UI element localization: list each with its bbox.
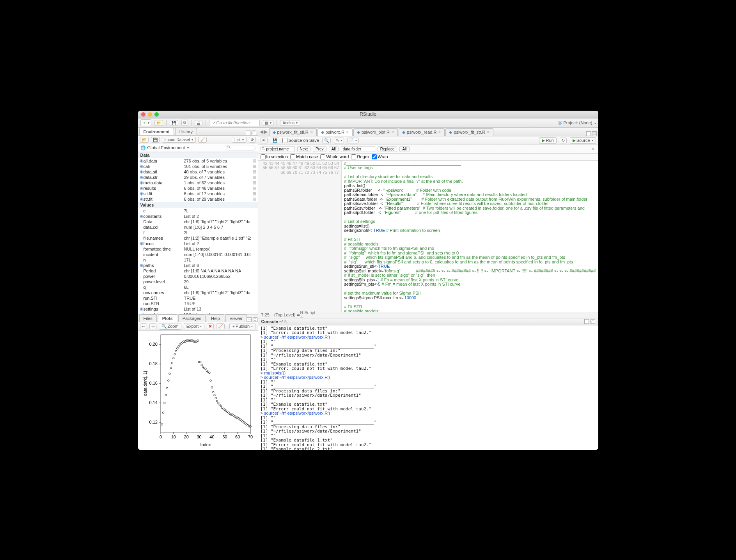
match-case-checkbox[interactable]: Match case xyxy=(290,154,318,159)
import-dataset-button[interactable]: Import Dataset xyxy=(162,137,196,143)
pane-tab-files[interactable]: Files xyxy=(139,314,157,322)
popout-button[interactable]: ⇱ xyxy=(261,138,268,143)
zoom-button[interactable]: 🔍 Zoom xyxy=(159,323,181,330)
rerun-button[interactable]: ↻ xyxy=(560,138,567,143)
find-next-button[interactable]: Next xyxy=(297,146,311,152)
env-row[interactable]: formatted.timeNULL (empty) xyxy=(138,246,258,252)
env-row[interactable]: run.STRTRUE xyxy=(138,301,258,306)
env-row[interactable]: power0.000161106901266552 xyxy=(138,274,258,279)
env-row[interactable]: ◉cali101 obs. of 5 variables▦ xyxy=(138,164,258,169)
grid-icon[interactable]: ▦ xyxy=(251,158,256,163)
nav-back-button[interactable]: ◀ xyxy=(260,129,263,134)
close-tab-icon[interactable]: ✕ xyxy=(487,130,490,134)
env-row[interactable]: ◉data.str29 obs. of 7 variables▦ xyxy=(138,175,258,180)
file-tab[interactable]: ◆psiworx_fit_sti.R✕ xyxy=(269,128,317,136)
expand-icon[interactable]: ◉ xyxy=(140,175,144,180)
env-view-mode[interactable]: List xyxy=(232,137,247,143)
console-minimize-icon[interactable]: — xyxy=(584,319,589,324)
env-list[interactable]: Data◉all.data276 obs. of 5 variables▦◉ca… xyxy=(138,152,258,314)
save-button[interactable]: 💾 xyxy=(170,120,178,126)
find-all-button[interactable]: All xyxy=(329,146,339,152)
grid-icon[interactable]: ▦ xyxy=(251,180,256,185)
pane-tab-packages[interactable]: Packages xyxy=(178,314,206,322)
expand-icon[interactable]: ◉ xyxy=(140,263,144,268)
publish-button[interactable]: ● Publish xyxy=(229,323,255,329)
grid-icon[interactable]: ▦ xyxy=(251,169,256,174)
env-row[interactable]: data.colnum [1:6] 2 3 4 5 6 7 xyxy=(138,224,258,230)
expand-icon[interactable]: ◉ xyxy=(140,196,144,201)
plot-next-button[interactable]: ⇒ xyxy=(149,323,156,329)
expand-icon[interactable]: ◉ xyxy=(140,214,144,219)
env-row[interactable]: Datachr [1:6] "light1" "light2" "light3"… xyxy=(138,219,258,224)
env-maximize-icon[interactable]: ▢ xyxy=(252,131,256,135)
replace-button[interactable]: Replace xyxy=(378,146,397,152)
env-row[interactable]: power.level29 xyxy=(138,279,258,284)
file-tab[interactable]: ◆psiworx_plot.R✕ xyxy=(353,128,398,136)
scope-indicator[interactable]: (Top Level) ≑ xyxy=(274,313,300,318)
env-row[interactable]: file.nameschr [1:2] "Example datafile 1.… xyxy=(138,235,258,241)
close-find-button[interactable]: ✕ xyxy=(589,147,596,152)
compile-button[interactable]: 📄 xyxy=(347,138,359,143)
file-tab[interactable]: ◆psiworx.R✕ xyxy=(317,128,353,136)
goto-file-input[interactable]: ↗ Go to file/function xyxy=(209,120,260,126)
pane-tab-plots[interactable]: Plots xyxy=(158,314,177,322)
in-selection-checkbox[interactable]: In selection xyxy=(261,154,288,159)
env-row[interactable]: ◉settingsList of 13 xyxy=(138,306,258,312)
save-workspace-button[interactable]: 💾 xyxy=(151,137,160,143)
save-all-button[interactable]: ⧉ xyxy=(181,120,188,126)
code-editor[interactable]: 42 43 44 45 46 47 48 49 50 51 52 53 54 5… xyxy=(258,161,598,312)
expand-icon[interactable]: ◉ xyxy=(140,191,144,196)
expand-icon[interactable]: ◉ xyxy=(140,158,144,163)
source-button[interactable]: ▶ Source xyxy=(570,137,596,144)
remove-plot-button[interactable]: ✖ xyxy=(207,323,214,329)
clear-plots-button[interactable] xyxy=(216,323,225,329)
run-button[interactable]: ▶ Run xyxy=(539,137,556,144)
plots-minimize-icon[interactable]: — xyxy=(247,317,252,322)
file-tab[interactable]: ◆psiworx_fit_str.R✕ xyxy=(445,128,493,136)
print-button[interactable]: 🖨 xyxy=(195,120,202,126)
env-row[interactable]: f2L xyxy=(138,230,258,235)
export-button[interactable]: Export xyxy=(184,323,205,329)
env-row[interactable]: ◉focusList of 2 xyxy=(138,241,258,246)
grid-icon[interactable]: ▦ xyxy=(251,185,256,191)
expand-icon[interactable]: ◉ xyxy=(140,164,144,169)
env-row[interactable]: ◉data.sti40 obs. of 7 variables▦ xyxy=(138,169,258,175)
env-row[interactable]: run.STITRUE xyxy=(138,295,258,301)
env-row[interactable]: ◉meta.data1 obs. of 62 variables▦ xyxy=(138,180,258,185)
find-prev-button[interactable]: Prev xyxy=(313,146,326,152)
open-file-button[interactable]: 📂 xyxy=(154,120,163,126)
expand-icon[interactable]: ◉ xyxy=(140,180,144,185)
tools-grid-button[interactable]: ▦ xyxy=(263,120,273,126)
env-row[interactable]: ◉pathsList of 6 xyxy=(138,263,258,268)
env-row[interactable]: ◉constantsList of 2 xyxy=(138,214,258,219)
replace-all-button[interactable]: All xyxy=(399,146,409,152)
env-row[interactable]: ◉sti.fit6 obs. of 17 variables▦ xyxy=(138,191,258,196)
close-tab-icon[interactable]: ✕ xyxy=(346,130,349,134)
expand-icon[interactable]: ◉ xyxy=(140,185,144,191)
env-row[interactable]: n17L xyxy=(138,257,258,263)
grid-icon[interactable]: ▦ xyxy=(251,196,256,201)
console-popup-icon[interactable]: ⇱ xyxy=(284,319,287,324)
load-workspace-button[interactable]: 📂 xyxy=(140,137,149,143)
refresh-env-button[interactable]: ⟳ xyxy=(249,137,256,143)
env-row[interactable]: row.nameschr [1:6] "light1" "light2" "li… xyxy=(138,290,258,295)
expand-icon[interactable]: ◉ xyxy=(140,306,144,311)
wand-button[interactable]: ✎ xyxy=(334,138,344,143)
regex-checkbox[interactable]: Regex xyxy=(351,154,369,159)
env-row[interactable]: incidentnum [1:40] 0.000161 0.000161 0.0… xyxy=(138,252,258,257)
plots-maximize-icon[interactable]: ▢ xyxy=(253,317,257,322)
replace-input[interactable] xyxy=(341,146,375,152)
expand-icon[interactable]: ◉ xyxy=(140,169,144,174)
addins-menu[interactable]: Addins xyxy=(280,120,301,126)
new-file-button[interactable]: ＋ xyxy=(140,119,151,126)
source-on-save-checkbox[interactable]: Source on Save xyxy=(282,138,319,143)
env-minimize-icon[interactable]: — xyxy=(246,131,250,135)
close-tab-icon[interactable]: ✕ xyxy=(391,130,394,134)
pane-tab-history[interactable]: History xyxy=(175,128,197,135)
pane-tab-environment[interactable]: Environment xyxy=(139,128,174,135)
file-tab[interactable]: ◆psiworx_read.R✕ xyxy=(399,128,445,136)
env-row[interactable]: Periodchr [1:6] NA NA NA NA NA NA xyxy=(138,268,258,274)
grid-icon[interactable]: ▦ xyxy=(251,175,256,180)
expand-icon[interactable]: ◉ xyxy=(140,241,144,246)
clear-workspace-button[interactable] xyxy=(198,137,207,143)
